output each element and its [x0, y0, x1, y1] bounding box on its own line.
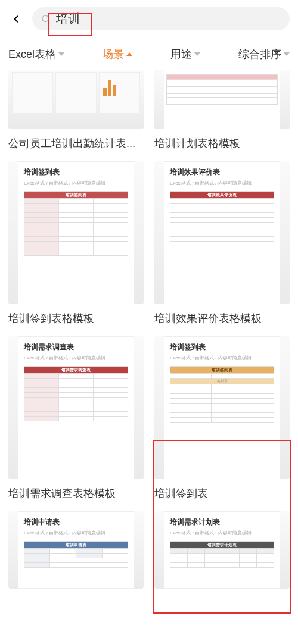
template-thumb: 培训签到表 Excel格式 / 自带格式 / 内容可随意编辑 培训签到表 — [8, 161, 144, 304]
caret-down-icon — [194, 52, 200, 56]
filter-purpose-label: 用途 — [170, 47, 192, 61]
results-area: 公司员工培训出勤统计表... 培训计划表格模板 培训签到表 Excel格式 / … — [0, 70, 298, 589]
template-card[interactable]: 培训效果评价表 Excel格式 / 自带格式 / 内容可随意编辑 培训效果评价表… — [154, 161, 290, 326]
template-thumb: 培训效果评价表 Excel格式 / 自带格式 / 内容可随意编辑 培训效果评价表 — [154, 161, 290, 304]
template-title: 培训签到表 — [154, 486, 290, 501]
search-icon — [41, 14, 51, 24]
filter-purpose[interactable]: 用途 — [170, 47, 200, 61]
template-card[interactable]: 培训签到表 Excel格式 / 自带格式 / 内容可随意编辑 培训签到表 签到表… — [154, 336, 290, 501]
doc-subtitle: Excel格式 / 自带格式 / 内容可随意编辑 — [24, 530, 128, 536]
template-title: 培训需求调查表格模板 — [8, 486, 144, 501]
template-card[interactable]: 公司员工培训出勤统计表... — [8, 70, 144, 151]
header — [0, 0, 298, 37]
template-thumb: 培训需求调查表 Excel格式 / 自带格式 / 内容可随意编辑 培训需求调查表 — [8, 336, 144, 479]
filter-bar: Excel表格 场景 用途 综合排序 — [0, 37, 298, 70]
doc-title: 培训效果评价表 — [170, 167, 274, 177]
template-grid: 公司员工培训出勤统计表... 培训计划表格模板 培训签到表 Excel格式 / … — [0, 70, 298, 589]
doc-subtitle: Excel格式 / 自带格式 / 内容可随意编辑 — [170, 530, 274, 536]
filter-format[interactable]: Excel表格 — [8, 47, 64, 61]
template-title: 培训计划表格模板 — [154, 136, 290, 151]
doc-subtitle: Excel格式 / 自带格式 / 内容可随意编辑 — [24, 355, 128, 361]
template-card[interactable]: 培训需求调查表 Excel格式 / 自带格式 / 内容可随意编辑 培训需求调查表… — [8, 336, 144, 501]
doc-title: 培训需求调查表 — [24, 342, 128, 352]
doc-title: 培训需求计划表 — [170, 517, 274, 527]
template-thumb: 培训签到表 Excel格式 / 自带格式 / 内容可随意编辑 培训签到表 签到表 — [154, 336, 290, 479]
template-card[interactable]: 培训申请表 Excel格式 / 自带格式 / 内容可随意编辑 培训申请表 — [8, 511, 144, 589]
chevron-left-icon — [11, 14, 21, 24]
template-thumb: 培训申请表 Excel格式 / 自带格式 / 内容可随意编辑 培训申请表 — [8, 511, 144, 589]
svg-point-0 — [42, 15, 49, 22]
template-title: 培训签到表格模板 — [8, 311, 144, 326]
template-thumb: 培训需求计划表 Excel格式 / 自带格式 / 内容可随意编辑 培训需求计划表 — [154, 511, 290, 589]
doc-title: 培训申请表 — [24, 517, 128, 527]
filter-format-label: Excel表格 — [8, 47, 56, 61]
filter-sort[interactable]: 综合排序 — [238, 47, 290, 61]
template-card[interactable]: 培训计划表格模板 — [154, 70, 290, 151]
template-thumb — [154, 70, 290, 129]
doc-title: 培训签到表 — [170, 342, 274, 352]
template-thumb — [8, 70, 144, 129]
doc-title: 培训签到表 — [24, 167, 128, 177]
svg-line-1 — [48, 21, 49, 23]
filter-sort-label: 综合排序 — [238, 47, 281, 61]
template-card[interactable]: 培训签到表 Excel格式 / 自带格式 / 内容可随意编辑 培训签到表 培训签… — [8, 161, 144, 326]
filter-scene-label: 场景 — [103, 47, 124, 61]
search-input[interactable] — [56, 12, 281, 26]
caret-down-icon — [58, 52, 64, 56]
doc-subtitle: Excel格式 / 自带格式 / 内容可随意编辑 — [170, 355, 274, 361]
search-bar[interactable] — [32, 7, 290, 30]
doc-subtitle: Excel格式 / 自带格式 / 内容可随意编辑 — [24, 180, 128, 186]
caret-up-icon — [126, 52, 132, 56]
back-button[interactable] — [6, 9, 26, 29]
template-title: 公司员工培训出勤统计表... — [8, 136, 144, 151]
caret-down-icon — [284, 52, 290, 56]
doc-subtitle: Excel格式 / 自带格式 / 内容可随意编辑 — [170, 180, 274, 186]
template-title: 培训效果评价表格模板 — [154, 311, 290, 326]
filter-scene[interactable]: 场景 — [103, 47, 132, 61]
template-card[interactable]: 培训需求计划表 Excel格式 / 自带格式 / 内容可随意编辑 培训需求计划表 — [154, 511, 290, 589]
